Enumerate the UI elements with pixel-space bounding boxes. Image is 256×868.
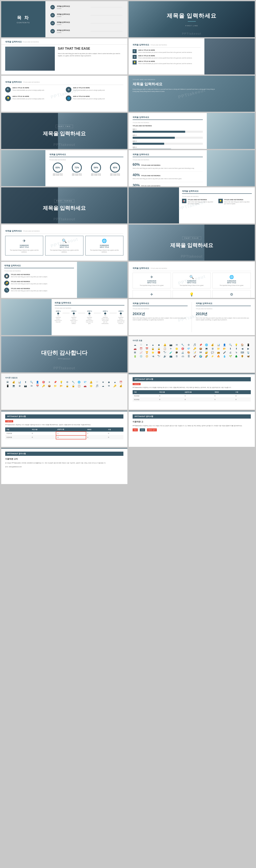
slide-add-title: 제목을 입력하세요 · TITLES AND NETWORKS 🔍 ADD A … (129, 38, 255, 74)
notice2-th-3: 상업적사용 (56, 427, 86, 431)
quadrant-1: 🔍 ADD A TITLE IN HERE These understandab… (5, 87, 63, 92)
icon-cell-57: 🖨 (228, 351, 233, 354)
box-3: 🌐 SUMMARIZEINPUT TITLE The important thi… (86, 236, 123, 255)
notice1-tag: 이용약관 (133, 383, 140, 385)
icon-cell-48: 🎓 (174, 351, 180, 354)
icon-cell-31: 🔑 (192, 347, 197, 350)
contents-main-3: 제목을 입력하세요 (57, 21, 89, 24)
more-icon-29: 📁 (53, 384, 58, 388)
bar-track-2 (133, 137, 203, 139)
tl-body-1: The important thing is those to be a lon… (55, 315, 62, 323)
icons-title: 아이콘 모음 (133, 339, 251, 342)
icon-cell-77: 🌱 (228, 355, 233, 358)
contents-main-4: 제목을 입력하세요 (57, 29, 89, 31)
percent-header: 제목을 입력하세요 (133, 153, 203, 157)
part-four-label: PART FOUR (182, 237, 201, 240)
circles-row: 83% ADD YOUR TITLEADD YOUR TITLE 71% ADD… (50, 162, 123, 176)
notice1-cell-1-2: O (158, 394, 183, 398)
slide-percent-text: 제목을 입력하세요 TITLES AND KEYWORDS 60% TITLES… (129, 150, 255, 186)
add-title-icon-3: 💡 (133, 60, 137, 64)
slide-3boxes: 제목을 입력하세요 · TITLES AND KEYWORDS ✈ SUMMAR… (1, 225, 127, 261)
more-icon-17: ★ (101, 381, 106, 383)
circle-label-4: ADD YOUR TITLEADD YOUR TITLE (110, 173, 120, 176)
card-2: 🔍 SUMMARIZEINPUT TITLE The important thi… (172, 273, 211, 288)
more-icon-30: 📂 (59, 384, 64, 388)
part-three-title: 제목을 입력하세요 (43, 205, 86, 212)
contents-title-kr: 목 차 (17, 15, 29, 21)
add-title-header: 제목을 입력하세요 · TITLES AND NETWORKS (133, 41, 200, 48)
icon-cell-62: 💿 (138, 355, 143, 358)
keywords-col-2: 💡 TITLES AND KEYWORDS Here is the main t… (218, 199, 252, 206)
notice1-cell-1-4: X (214, 394, 234, 398)
box-icon-1: ✈ (23, 239, 26, 243)
icon-list-left: 제목을 입력하세요 TITLES AND KEYWORDS 📋 TITLES A… (1, 262, 77, 298)
boxes-row: ✈ SUMMARIZEINPUT TITLE The important thi… (5, 236, 123, 255)
icon-cell-20: 📱 (246, 343, 251, 346)
more-icon-31: 🔒 (65, 384, 70, 388)
icon-list-body-1: Here is the main thing you want to say w… (11, 276, 47, 278)
icon-list-body-2: Here is the main thing you want to say w… (11, 283, 47, 285)
box-body-2: The important thing is those to be a gre… (47, 249, 81, 253)
notice1-cell-2-4: X (214, 398, 234, 401)
add-title-b2: These understandable you prove to show q… (138, 57, 192, 59)
circle-label-2: ADD YOUR TITLEADD YOUR TITLE (72, 173, 82, 176)
boxes-header: 제목을 입력하세요 · TITLES AND KEYWORDS (5, 227, 123, 234)
percent-divider-1 (133, 172, 203, 172)
q1-title: ADD A TITLE IN HERE (12, 87, 44, 89)
bar-label-4: 항목 4 (133, 146, 203, 148)
icon-cell-10: ⚙ (186, 343, 191, 346)
tl-label-1: STEP 1 (56, 310, 61, 312)
slide-notice-4: PPTTAKOUT 공지사항 이용약관 고지 본 파일은 PPTtakeout에… (1, 448, 127, 484)
tag-paid: 유료 (140, 428, 145, 431)
quadrants-header: 제목을 입력하세요 · TITLES AND KEYWORDS (5, 79, 123, 85)
icon-list-title-2: TITLES AND KEYWORDS (11, 281, 47, 282)
contents-line-2 (91, 15, 122, 16)
notice4-title: 이용약관 고지 (5, 458, 123, 461)
more-icon-28: 📦 (47, 384, 52, 388)
icon-cell-50: 🎨 (186, 351, 191, 354)
q2-body: These understandable you prove to design… (73, 89, 105, 91)
add-title-text-2: ADD A TITLE IN HERE These understandable… (138, 55, 192, 59)
tag-free: 무료 (133, 428, 138, 431)
card-icon-2: 🔍 (189, 275, 194, 279)
add-title-b1: These understandable you prove to show q… (138, 52, 192, 53)
icon-cell-63: 📀 (145, 355, 150, 358)
bar-label-3: 항목 3 (133, 140, 203, 142)
icon-cell-67: 📺 (168, 355, 173, 358)
quadrant-4: 🌐 ADD A TITLE IN HERE These understandab… (66, 95, 123, 101)
kw-title-2: TITLES AND KEYWORDS (224, 199, 252, 200)
more-icon-1: 🏛 (5, 381, 10, 383)
bar-track-1 (133, 131, 203, 133)
notice2-cell-2-1: 유료회원 (5, 435, 31, 439)
q1-body: These understandable you prove to design… (12, 89, 44, 91)
card-title-4: SUMMARIZEINPUT TITLE (147, 298, 156, 298)
bar-3: 항목 3 (133, 140, 203, 145)
bar-fill-3 (133, 143, 164, 145)
icon-cell-14: 💰 (210, 343, 215, 346)
notice2-row-1: 무료회원 O X X O (5, 432, 123, 435)
icon-cell-32: 📦 (198, 347, 203, 350)
icon-list-title-3: TITLES AND KEYWORDS (11, 288, 47, 289)
slide-6-main-title: 제목을 입력하세요 (133, 82, 251, 87)
part-two-watermark: PPTtakeout (54, 143, 75, 147)
icon-list-item-3: 🔧 TITLES AND KEYWORDS Here is the main t… (4, 288, 74, 293)
box-title-2: SUMMARIZEINPUT TITLE (60, 244, 69, 248)
percent-title-3: TITLES AND KEYWORDS (141, 185, 160, 186)
card-body-1: The important thing is those to be a gre… (140, 284, 164, 286)
icon-list-right-img (77, 262, 127, 298)
kw-icon-2: 💡 (218, 199, 223, 203)
more-icon-23: 🖥 (17, 384, 22, 388)
icon-cell-40: ▶ (246, 347, 251, 350)
tl-label-3: STEP 3 (87, 310, 92, 312)
slide-notice-3: PPTTAKOUT 공지사항 이용약관 고 PPTtakeout에서 제공하는 … (129, 411, 255, 447)
icon-circle-1: 📋 (4, 274, 9, 279)
kw-text-1: TITLES AND KEYWORDS Here is the main thi… (188, 199, 215, 205)
slide-notice-1: PPTTAKOUT 공지사항 이용약관 PPTtakeout에서 제공하는 서식… (129, 374, 255, 410)
slide-two-icon-cols: 제목을 입력하세요 TITLES AND KEYWORDS 📢 TITLES A… (129, 187, 255, 223)
icon-list-text-2: TITLES AND KEYWORDS Here is the main thi… (11, 281, 47, 285)
notice1-cell-2-1: 유료회원 (133, 398, 158, 401)
quadrants-sub: · TITLES AND KEYWORDS (22, 82, 40, 83)
notice2-cell-2-4: X (86, 435, 107, 439)
keywords-2col: 📢 TITLES AND KEYWORDS Here is the main t… (182, 199, 252, 206)
slide-3-sub: TITLES AND KEYWORDS (22, 41, 39, 43)
